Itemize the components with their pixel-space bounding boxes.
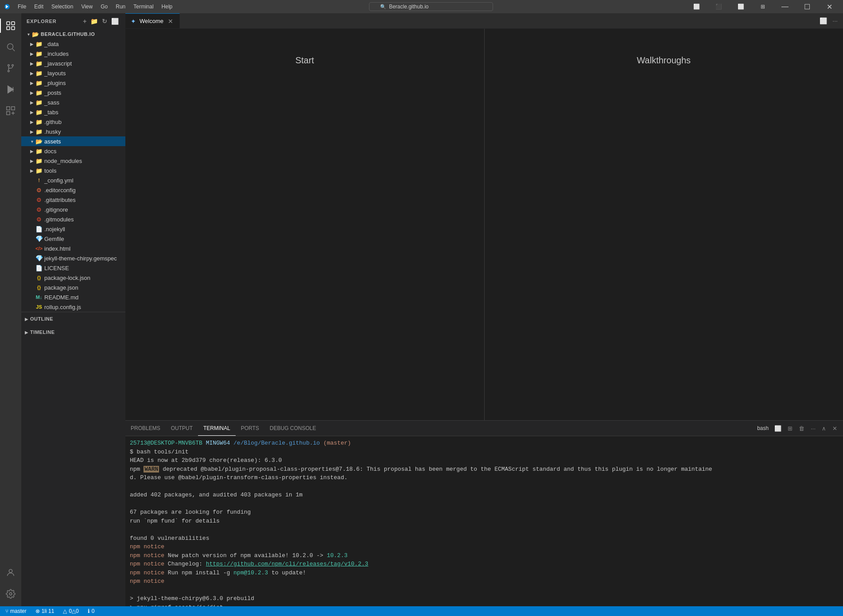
svg-rect-2 — [7, 27, 10, 30]
accounts-icon[interactable] — [0, 562, 21, 583]
terminal-instance-btn[interactable]: ⬜ — [772, 424, 784, 433]
status-branch[interactable]: ⑂ master — [4, 606, 28, 616]
new-folder-btn[interactable]: 📁 — [89, 17, 99, 26]
refresh-btn[interactable]: ↻ — [101, 17, 109, 26]
split-editor-btn[interactable]: ⬜ — [818, 15, 829, 26]
svg-point-15 — [9, 570, 12, 573]
tree-item-gitattributes[interactable]: ▶ ⚙ .gitattributes — [21, 195, 125, 205]
tree-item-plugins[interactable]: ▶ 📁 _plugins — [21, 78, 125, 88]
tree-item-data[interactable]: ▶ 📁 _data — [21, 39, 125, 49]
tree-item-gitmodules[interactable]: ▶ ⚙ .gitmodules — [21, 214, 125, 224]
more-actions-btn[interactable]: ··· — [831, 15, 839, 26]
tree-item-assets[interactable]: ▾ 📂 assets — [21, 136, 125, 146]
menu-edit[interactable]: Edit — [31, 3, 47, 11]
terminal-line-funding1: 67 packages are looking for funding — [130, 508, 839, 517]
collapse-all-btn[interactable]: ⬜ — [110, 17, 120, 26]
terminal-line-head: HEAD is now at 2b9d379 chore(release): 6… — [130, 456, 839, 465]
terminal-kill-btn[interactable]: 🗑 — [796, 424, 807, 433]
tree-item-config-yml[interactable]: ▶ ! _config.yml — [21, 175, 125, 185]
status-errors[interactable]: ⊗ 1li 11 — [34, 606, 56, 616]
tab-debug-console[interactable]: DEBUG CONSOLE — [264, 421, 322, 436]
tree-item-package-lock[interactable]: ▶ {} package-lock.json — [21, 273, 125, 283]
welcome-start: Start — [125, 29, 485, 420]
terminal-output[interactable]: 25713@DESKTOP-MNVB6TB MINGW64 /e/Blog/Be… — [125, 436, 843, 606]
svg-rect-1 — [7, 22, 10, 25]
tree-item-gitignore[interactable]: ▶ ⚙ .gitignore — [21, 205, 125, 214]
sidebar-header-actions: + 📁 ↻ ⬜ — [82, 17, 120, 26]
menu-run[interactable]: Run — [112, 3, 129, 11]
layout-btn-4[interactable]: ⊞ — [753, 0, 773, 13]
maximize-btn[interactable]: ☐ — [797, 0, 817, 13]
tree-item-nojekyll[interactable]: ▶ 📄 .nojekyll — [21, 224, 125, 234]
tree-item-editorconfig[interactable]: ▶ ⚙ .editorconfig — [21, 185, 125, 195]
error-count: 1li 11 — [42, 608, 54, 614]
warning-count: 0△0 — [69, 608, 78, 614]
tree-item-docs[interactable]: ▶ 📁 docs — [21, 146, 125, 156]
explorer-icon[interactable] — [0, 15, 21, 36]
welcome-walkthroughs: Walkthroughs — [485, 29, 843, 420]
terminal-split-btn[interactable]: ⊞ — [785, 424, 795, 433]
terminal-panel: PROBLEMS OUTPUT TERMINAL PORTS DEBUG CON… — [125, 420, 843, 606]
sidebar-title: EXPLORER — [27, 19, 57, 24]
new-file-btn[interactable]: + — [82, 17, 88, 26]
terminal-chevron-up[interactable]: ∧ — [820, 424, 828, 433]
tree-item-index-html[interactable]: ▶ </> index.html — [21, 244, 125, 253]
status-warnings[interactable]: △ 0△0 — [61, 606, 80, 616]
tree-item-sass[interactable]: ▶ 📁 _sass — [21, 97, 125, 107]
tree-item-node-modules[interactable]: ▶ 📁 node_modules — [21, 156, 125, 166]
status-info[interactable]: ℹ 0 — [86, 606, 97, 616]
menu-file[interactable]: File — [14, 3, 30, 11]
tab-terminal[interactable]: TERMINAL — [198, 421, 236, 436]
tree-item-github[interactable]: ▶ 📁 .github — [21, 117, 125, 127]
timeline-header[interactable]: ▶ TIMELINE — [21, 327, 125, 337]
tree-item-javascript[interactable]: ▶ 📁 _javascript — [21, 58, 125, 68]
tab-problems[interactable]: PROBLEMS — [125, 421, 166, 436]
layout-btn-3[interactable]: ⬜ — [730, 0, 751, 13]
tab-ports[interactable]: PORTS — [236, 421, 264, 436]
menu-terminal[interactable]: Terminal — [130, 3, 157, 11]
outline-header[interactable]: ▶ OUTLINE — [21, 314, 125, 324]
sidebar-outline-section: ▶ OUTLINE — [21, 312, 125, 325]
tab-output[interactable]: OUTPUT — [166, 421, 198, 436]
tree-item-posts[interactable]: ▶ 📁 _posts — [21, 88, 125, 97]
svg-rect-13 — [12, 107, 15, 110]
tab-close-btn[interactable]: ✕ — [167, 17, 174, 26]
settings-icon[interactable] — [0, 583, 21, 604]
close-btn[interactable]: ✕ — [819, 0, 839, 13]
terminal-more-btn[interactable]: ··· — [808, 424, 818, 433]
tree-item-layouts[interactable]: ▶ 📁 _layouts — [21, 68, 125, 78]
layout-btn-2[interactable]: ⬛ — [708, 0, 729, 13]
tree-item-package-json[interactable]: ▶ {} package.json — [21, 283, 125, 292]
tree-item-gemspec[interactable]: ▶ 💎 jekyll-theme-chirpy.gemspec — [21, 253, 125, 263]
menu-go[interactable]: Go — [97, 3, 111, 11]
source-control-icon[interactable] — [0, 58, 21, 79]
menu-selection[interactable]: Selection — [48, 3, 77, 11]
title-search[interactable]: 🔍 Beracle.github.io — [179, 2, 683, 11]
minimize-btn[interactable]: — — [775, 0, 795, 13]
tree-item-husky[interactable]: ▶ 📁 .husky — [21, 127, 125, 136]
terminal-line-prebuild2: > npx rimraf assets/js/dist — [130, 603, 839, 607]
menu-view[interactable]: View — [78, 3, 96, 11]
extensions-icon[interactable] — [0, 100, 21, 121]
sidebar-header: EXPLORER + 📁 ↻ ⬜ — [21, 13, 125, 29]
tree-root[interactable]: ▾ 📂 BERACLE.GITHUB.IO — [21, 29, 125, 39]
terminal-line-warn1: npm WARN deprecated @babel/plugin-propos… — [130, 465, 839, 474]
tree-item-readme[interactable]: ▶ M↓ README.md — [21, 292, 125, 302]
editor-content: Start Walkthroughs — [125, 29, 843, 420]
tab-welcome[interactable]: ✦ Welcome ✕ — [125, 13, 180, 28]
tree-item-includes[interactable]: ▶ 📁 _includes — [21, 49, 125, 58]
tree-item-gemfile[interactable]: ▶ 💎 Gemfile — [21, 234, 125, 244]
search-icon[interactable] — [0, 36, 21, 58]
run-debug-icon[interactable] — [0, 79, 21, 100]
menu-help[interactable]: Help — [158, 3, 176, 11]
terminal-close-btn[interactable]: ✕ — [830, 424, 839, 433]
terminal-line-prebuild1: > jekyll-theme-chirpy@6.3.0 prebuild — [130, 594, 839, 603]
tree-item-license[interactable]: ▶ 📄 LICENSE — [21, 263, 125, 273]
terminal-line-added: added 402 packages, and audited 403 pack… — [130, 491, 839, 500]
tree-item-tabs[interactable]: ▶ 📁 _tabs — [21, 107, 125, 117]
tree-item-tools[interactable]: ▶ 📁 tools — [21, 166, 125, 175]
walkthroughs-title: Walkthroughs — [637, 55, 691, 66]
layout-btn-1[interactable]: ⬜ — [686, 0, 707, 13]
tree-item-rollup[interactable]: ▶ JS rollup.config.js — [21, 302, 125, 312]
window-controls: ⬜ ⬛ ⬜ ⊞ — ☐ ✕ — [686, 0, 839, 13]
